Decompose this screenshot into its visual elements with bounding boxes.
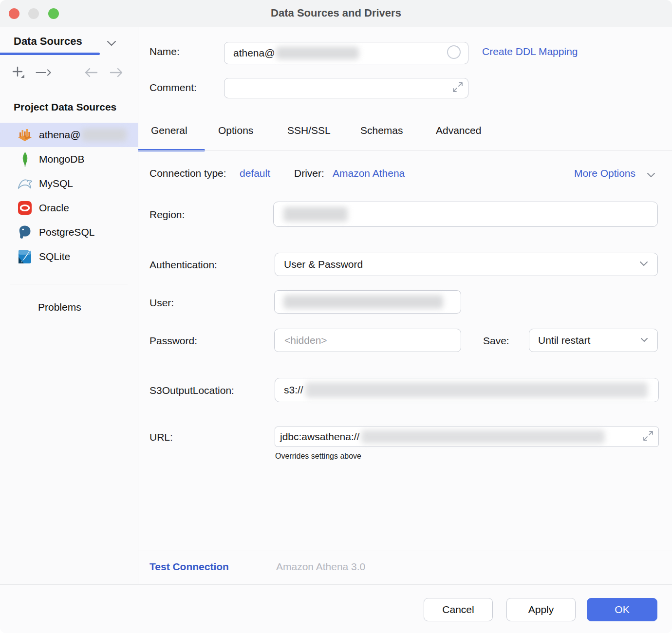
data-sources-dialog: Data Sources and Drivers Data Sources (0, 0, 672, 633)
remove-data-source-button[interactable] (35, 64, 52, 81)
name-input[interactable]: athena@ (224, 42, 468, 64)
sidebar-divider (10, 284, 128, 284)
tab-ssh-ssl[interactable]: SSH/SSL (287, 125, 331, 136)
list-item-label: PostgreSQL (39, 226, 94, 238)
titlebar: Data Sources and Drivers (0, 0, 672, 27)
main-panel: Name: athena@ Create DDL Mapping Comment… (138, 27, 672, 584)
add-data-source-button[interactable] (10, 64, 27, 81)
tab-general[interactable]: General (151, 125, 187, 136)
s3-output-location-input[interactable]: s3:// (275, 378, 659, 402)
list-item-mysql[interactable]: MySQL (0, 171, 138, 196)
tab-bar: General Options SSH/SSL Schemas Advanced (138, 124, 672, 153)
window-title: Data Sources and Drivers (0, 7, 672, 19)
s3-output-location-label: S3OutputLocation: (149, 385, 234, 396)
driver-version-text: Amazon Athena 3.0 (276, 561, 365, 573)
athena-icon (18, 128, 32, 142)
create-ddl-mapping-link[interactable]: Create DDL Mapping (482, 46, 578, 57)
authentication-label: Authentication: (149, 259, 217, 271)
password-label: Password: (149, 335, 197, 347)
list-item-oracle[interactable]: Oracle (0, 196, 138, 220)
driver-label: Driver: (294, 168, 324, 179)
sidebar-toolbar (0, 61, 138, 84)
apply-button[interactable]: Apply (506, 598, 576, 621)
region-label: Region: (149, 209, 185, 221)
data-source-list: athena@ MongoDB (0, 123, 138, 269)
redacted-text (276, 47, 359, 59)
tab-baseline (138, 150, 672, 151)
list-item-label: SQLite (39, 251, 70, 262)
project-data-sources-header: Project Data Sources (14, 101, 116, 113)
redacted-text (305, 382, 648, 398)
content-divider (138, 551, 672, 551)
chevron-down-icon[interactable] (646, 171, 656, 180)
refresh-name-icon[interactable] (447, 45, 461, 61)
forward-arrow-icon[interactable] (108, 64, 125, 81)
chevron-down-icon[interactable] (106, 40, 117, 49)
more-options-link[interactable]: More Options (574, 168, 635, 179)
chevron-down-icon (639, 260, 649, 269)
save-label: Save: (483, 335, 509, 347)
list-item-athena[interactable]: athena@ (0, 123, 138, 147)
url-input[interactable]: jdbc:awsathena:// (275, 427, 659, 447)
sidebar: Data Sources (0, 27, 138, 584)
redacted-text (283, 295, 443, 309)
cancel-button[interactable]: Cancel (424, 598, 493, 621)
connection-type-label: Connection type: (149, 168, 226, 179)
back-arrow-icon[interactable] (83, 64, 99, 81)
tab-advanced[interactable]: Advanced (436, 125, 481, 136)
sidebar-tab-underline (0, 53, 100, 55)
sqlite-icon (18, 249, 32, 264)
expand-icon[interactable] (452, 82, 463, 94)
postgresql-icon (18, 225, 32, 240)
comment-label: Comment: (149, 82, 197, 93)
chevron-down-icon (640, 336, 649, 345)
user-input[interactable] (274, 290, 461, 314)
region-input[interactable] (273, 202, 658, 227)
tab-options[interactable]: Options (218, 125, 253, 136)
mysql-icon (18, 176, 32, 191)
mongodb-icon (18, 152, 32, 167)
redacted-text (82, 129, 127, 141)
list-item-mongodb[interactable]: MongoDB (0, 147, 138, 171)
url-label: URL: (149, 431, 173, 443)
list-item-postgresql[interactable]: PostgreSQL (0, 220, 138, 244)
url-hint: Overrides settings above (275, 452, 361, 461)
save-select[interactable]: Until restart (529, 329, 658, 352)
list-item-label: MySQL (39, 178, 73, 189)
test-connection-link[interactable]: Test Connection (149, 561, 229, 573)
oracle-icon (18, 201, 32, 215)
sidebar-tab-data-sources[interactable]: Data Sources (14, 35, 82, 48)
footer-bar: Cancel Apply OK (0, 584, 672, 633)
name-label: Name: (149, 46, 180, 57)
list-item-sqlite[interactable]: SQLite (0, 244, 138, 269)
connection-type-value[interactable]: default (240, 168, 270, 179)
list-item-label: MongoDB (39, 153, 84, 165)
authentication-select[interactable]: User & Password (275, 253, 658, 276)
redacted-text (283, 207, 348, 222)
comment-input[interactable] (224, 78, 468, 98)
redacted-text (361, 430, 605, 444)
ok-button[interactable]: OK (587, 598, 657, 621)
password-placeholder: <hidden> (284, 335, 327, 346)
user-label: User: (149, 297, 174, 309)
password-input[interactable]: <hidden> (274, 329, 461, 352)
sidebar-item-problems[interactable]: Problems (38, 301, 81, 313)
list-item-label: Oracle (39, 202, 69, 214)
expand-icon[interactable] (643, 430, 653, 443)
list-item-label: athena@ (39, 129, 81, 141)
tab-schemas[interactable]: Schemas (360, 125, 403, 136)
driver-value-link[interactable]: Amazon Athena (333, 168, 405, 179)
